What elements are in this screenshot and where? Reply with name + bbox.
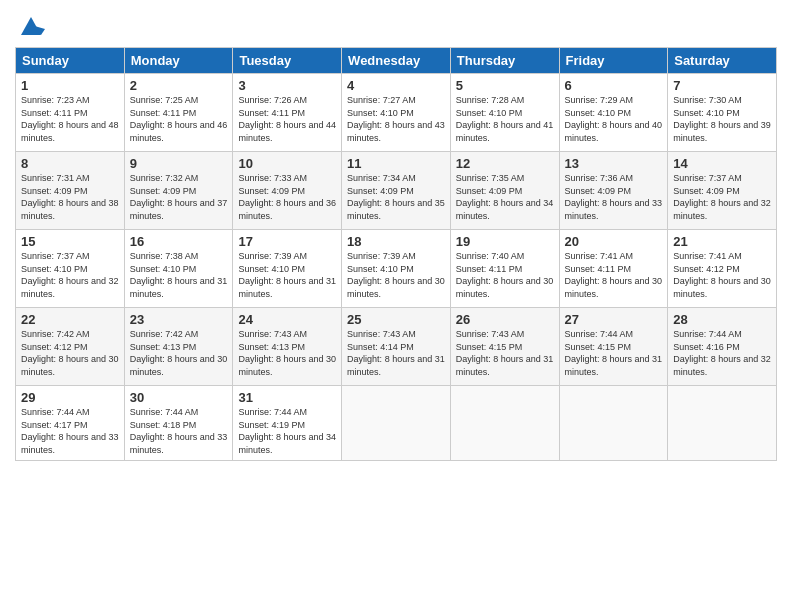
day-info: Sunrise: 7:29 AM Sunset: 4:10 PM Dayligh… [565,94,663,144]
calendar-week-row: 15 Sunrise: 7:37 AM Sunset: 4:10 PM Dayl… [16,230,777,308]
calendar-day-cell: 21 Sunrise: 7:41 AM Sunset: 4:12 PM Dayl… [668,230,777,308]
day-number: 10 [238,156,336,171]
calendar-day-cell: 23 Sunrise: 7:42 AM Sunset: 4:13 PM Dayl… [124,308,233,386]
day-info: Sunrise: 7:37 AM Sunset: 4:09 PM Dayligh… [673,172,771,222]
day-info: Sunrise: 7:34 AM Sunset: 4:09 PM Dayligh… [347,172,445,222]
calendar-day-cell [450,386,559,461]
calendar-day-cell: 15 Sunrise: 7:37 AM Sunset: 4:10 PM Dayl… [16,230,125,308]
calendar-day-cell: 20 Sunrise: 7:41 AM Sunset: 4:11 PM Dayl… [559,230,668,308]
day-info: Sunrise: 7:23 AM Sunset: 4:11 PM Dayligh… [21,94,119,144]
header [15,15,777,39]
day-info: Sunrise: 7:44 AM Sunset: 4:16 PM Dayligh… [673,328,771,378]
weekday-header: Tuesday [233,48,342,74]
day-info: Sunrise: 7:44 AM Sunset: 4:17 PM Dayligh… [21,406,119,456]
calendar-day-cell: 13 Sunrise: 7:36 AM Sunset: 4:09 PM Dayl… [559,152,668,230]
calendar-day-cell: 16 Sunrise: 7:38 AM Sunset: 4:10 PM Dayl… [124,230,233,308]
day-info: Sunrise: 7:43 AM Sunset: 4:15 PM Dayligh… [456,328,554,378]
day-info: Sunrise: 7:42 AM Sunset: 4:12 PM Dayligh… [21,328,119,378]
day-info: Sunrise: 7:30 AM Sunset: 4:10 PM Dayligh… [673,94,771,144]
calendar-day-cell: 18 Sunrise: 7:39 AM Sunset: 4:10 PM Dayl… [342,230,451,308]
day-number: 3 [238,78,336,93]
calendar-day-cell: 14 Sunrise: 7:37 AM Sunset: 4:09 PM Dayl… [668,152,777,230]
calendar-day-cell [559,386,668,461]
day-info: Sunrise: 7:32 AM Sunset: 4:09 PM Dayligh… [130,172,228,222]
day-info: Sunrise: 7:39 AM Sunset: 4:10 PM Dayligh… [238,250,336,300]
day-info: Sunrise: 7:44 AM Sunset: 4:15 PM Dayligh… [565,328,663,378]
weekday-header: Wednesday [342,48,451,74]
day-info: Sunrise: 7:42 AM Sunset: 4:13 PM Dayligh… [130,328,228,378]
day-info: Sunrise: 7:35 AM Sunset: 4:09 PM Dayligh… [456,172,554,222]
day-number: 14 [673,156,771,171]
calendar-week-row: 8 Sunrise: 7:31 AM Sunset: 4:09 PM Dayli… [16,152,777,230]
calendar-day-cell: 30 Sunrise: 7:44 AM Sunset: 4:18 PM Dayl… [124,386,233,461]
calendar-day-cell [342,386,451,461]
day-info: Sunrise: 7:43 AM Sunset: 4:13 PM Dayligh… [238,328,336,378]
day-number: 24 [238,312,336,327]
day-number: 17 [238,234,336,249]
day-info: Sunrise: 7:41 AM Sunset: 4:12 PM Dayligh… [673,250,771,300]
calendar-day-cell: 9 Sunrise: 7:32 AM Sunset: 4:09 PM Dayli… [124,152,233,230]
day-info: Sunrise: 7:39 AM Sunset: 4:10 PM Dayligh… [347,250,445,300]
weekday-header: Thursday [450,48,559,74]
day-number: 6 [565,78,663,93]
day-number: 5 [456,78,554,93]
calendar-day-cell: 25 Sunrise: 7:43 AM Sunset: 4:14 PM Dayl… [342,308,451,386]
logo-icon [17,11,45,39]
calendar-day-cell: 1 Sunrise: 7:23 AM Sunset: 4:11 PM Dayli… [16,74,125,152]
day-number: 2 [130,78,228,93]
day-number: 8 [21,156,119,171]
calendar-day-cell: 22 Sunrise: 7:42 AM Sunset: 4:12 PM Dayl… [16,308,125,386]
day-number: 28 [673,312,771,327]
day-info: Sunrise: 7:28 AM Sunset: 4:10 PM Dayligh… [456,94,554,144]
calendar-day-cell: 29 Sunrise: 7:44 AM Sunset: 4:17 PM Dayl… [16,386,125,461]
weekday-header: Saturday [668,48,777,74]
day-number: 16 [130,234,228,249]
weekday-header-row: SundayMondayTuesdayWednesdayThursdayFrid… [16,48,777,74]
calendar-day-cell: 17 Sunrise: 7:39 AM Sunset: 4:10 PM Dayl… [233,230,342,308]
weekday-header: Friday [559,48,668,74]
calendar-day-cell: 8 Sunrise: 7:31 AM Sunset: 4:09 PM Dayli… [16,152,125,230]
day-number: 25 [347,312,445,327]
day-info: Sunrise: 7:43 AM Sunset: 4:14 PM Dayligh… [347,328,445,378]
day-number: 13 [565,156,663,171]
weekday-header: Sunday [16,48,125,74]
calendar-week-row: 29 Sunrise: 7:44 AM Sunset: 4:17 PM Dayl… [16,386,777,461]
day-number: 12 [456,156,554,171]
calendar-day-cell: 19 Sunrise: 7:40 AM Sunset: 4:11 PM Dayl… [450,230,559,308]
day-number: 4 [347,78,445,93]
day-number: 1 [21,78,119,93]
day-info: Sunrise: 7:38 AM Sunset: 4:10 PM Dayligh… [130,250,228,300]
calendar-day-cell: 3 Sunrise: 7:26 AM Sunset: 4:11 PM Dayli… [233,74,342,152]
calendar-week-row: 22 Sunrise: 7:42 AM Sunset: 4:12 PM Dayl… [16,308,777,386]
day-info: Sunrise: 7:25 AM Sunset: 4:11 PM Dayligh… [130,94,228,144]
day-info: Sunrise: 7:41 AM Sunset: 4:11 PM Dayligh… [565,250,663,300]
calendar-day-cell: 7 Sunrise: 7:30 AM Sunset: 4:10 PM Dayli… [668,74,777,152]
svg-marker-0 [21,17,41,35]
day-number: 26 [456,312,554,327]
calendar-day-cell: 24 Sunrise: 7:43 AM Sunset: 4:13 PM Dayl… [233,308,342,386]
calendar-day-cell: 5 Sunrise: 7:28 AM Sunset: 4:10 PM Dayli… [450,74,559,152]
day-info: Sunrise: 7:36 AM Sunset: 4:09 PM Dayligh… [565,172,663,222]
day-number: 23 [130,312,228,327]
day-info: Sunrise: 7:44 AM Sunset: 4:19 PM Dayligh… [238,406,336,456]
day-number: 11 [347,156,445,171]
day-info: Sunrise: 7:37 AM Sunset: 4:10 PM Dayligh… [21,250,119,300]
weekday-header: Monday [124,48,233,74]
day-info: Sunrise: 7:26 AM Sunset: 4:11 PM Dayligh… [238,94,336,144]
logo [15,15,45,39]
day-number: 15 [21,234,119,249]
day-number: 31 [238,390,336,405]
calendar-day-cell: 31 Sunrise: 7:44 AM Sunset: 4:19 PM Dayl… [233,386,342,461]
day-number: 20 [565,234,663,249]
calendar-container: SundayMondayTuesdayWednesdayThursdayFrid… [0,0,792,612]
day-number: 29 [21,390,119,405]
calendar-day-cell: 6 Sunrise: 7:29 AM Sunset: 4:10 PM Dayli… [559,74,668,152]
day-number: 9 [130,156,228,171]
day-info: Sunrise: 7:31 AM Sunset: 4:09 PM Dayligh… [21,172,119,222]
calendar-table: SundayMondayTuesdayWednesdayThursdayFrid… [15,47,777,461]
day-number: 22 [21,312,119,327]
day-number: 21 [673,234,771,249]
day-info: Sunrise: 7:33 AM Sunset: 4:09 PM Dayligh… [238,172,336,222]
calendar-day-cell: 26 Sunrise: 7:43 AM Sunset: 4:15 PM Dayl… [450,308,559,386]
calendar-day-cell: 11 Sunrise: 7:34 AM Sunset: 4:09 PM Dayl… [342,152,451,230]
